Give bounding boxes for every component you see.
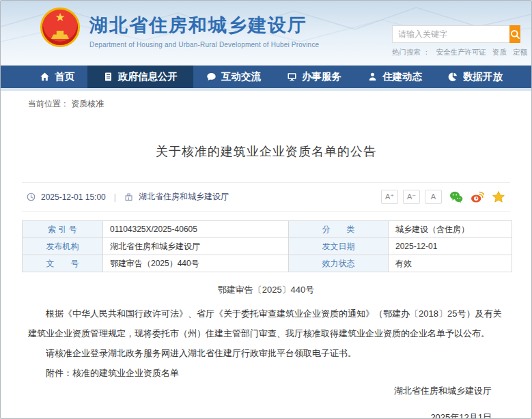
site-subtitle: Department of Housing and Urban-Rural De… bbox=[89, 41, 319, 48]
chat-icon bbox=[206, 72, 216, 82]
nav-item-home[interactable]: 首页 bbox=[27, 66, 87, 88]
info-value-doc-number: 鄂建审告（2025）440号 bbox=[103, 255, 289, 272]
meta-separator: | bbox=[114, 192, 116, 202]
info-label-doc-number: 文 号 bbox=[23, 255, 103, 272]
home-icon bbox=[40, 72, 50, 82]
article-paragraph-attachment: 附件：核准的建筑业企业资质名单 bbox=[28, 363, 504, 383]
info-label-category: 分 类 bbox=[289, 221, 389, 238]
article-paragraph: 请核准企业登录湖北政务服务网进入湖北省住建厅行政审批平台领取电子证书。 bbox=[28, 343, 504, 363]
signature-org: 湖北省住房和城乡建设厅 bbox=[1, 385, 492, 397]
table-row: 文 号 鄂建审告（2025）440号 效力状态 有效 bbox=[23, 255, 512, 272]
clock-icon bbox=[27, 192, 36, 201]
table-row: 索 引 号 01104325X/2025-40605 分 类 城乡建设（含住房） bbox=[23, 221, 512, 238]
document-icon bbox=[103, 72, 113, 82]
search-input[interactable] bbox=[392, 25, 509, 43]
share-wechat-button[interactable] bbox=[449, 190, 463, 204]
wechat-icon bbox=[449, 190, 463, 203]
info-value-issue-date: 2025-12-01 bbox=[389, 238, 512, 255]
font-size-reset-button[interactable]: A bbox=[425, 190, 442, 204]
monitor-icon bbox=[287, 72, 297, 82]
article-meta-bar: 2025-12-01 15:00 | 湖北省住房和城乡建设厅 A⁺ A⁻ A bbox=[22, 182, 510, 212]
nav-label: 数据开放 bbox=[463, 70, 503, 83]
emblem-gate-icon bbox=[51, 31, 69, 39]
magnifier-icon bbox=[510, 29, 520, 40]
hot-search-link[interactable]: 定额 bbox=[513, 48, 527, 57]
page: ★ 湖北省住房和城乡建设厅 Department of Housing and … bbox=[0, 0, 532, 419]
signature-date: 2025年12月1日 bbox=[1, 411, 492, 419]
info-label-validity: 效力状态 bbox=[289, 255, 389, 272]
person-icon bbox=[367, 72, 378, 82]
info-value-category: 城乡建设（含住房） bbox=[389, 221, 512, 238]
weibo-icon bbox=[471, 190, 484, 203]
article-body: 根据《中华人民共和国行政许可法》、省厅《关于委托审查建筑业企业资质的通知》（鄂建… bbox=[28, 304, 504, 383]
hot-search-link[interactable]: 资质 bbox=[492, 48, 507, 57]
nav-label: 住建动态 bbox=[382, 70, 422, 83]
info-value-issuer: 湖北省住房和城乡建设厅 bbox=[103, 238, 289, 255]
main-nav: 首页 政府信息公开 互动交流 办事服务 bbox=[1, 66, 531, 88]
site-header: ★ 湖北省住房和城乡建设厅 Department of Housing and … bbox=[1, 1, 531, 66]
info-value-validity: 有效 bbox=[389, 255, 512, 272]
favorite-star-icon bbox=[492, 190, 505, 203]
share-weibo-button[interactable] bbox=[471, 190, 484, 204]
nav-label: 办事服务 bbox=[302, 70, 341, 83]
nav-item-services[interactable]: 办事服务 bbox=[274, 66, 354, 88]
breadcrumb-current[interactable]: 资质核准 bbox=[71, 99, 104, 109]
publish-source: 湖北省住房和城乡建设厅 bbox=[139, 191, 229, 203]
document-number-heading: 鄂建审告〔2025〕440号 bbox=[1, 284, 531, 296]
nav-item-news[interactable]: 住建动态 bbox=[354, 66, 435, 88]
font-size-decrease-button[interactable]: A⁻ bbox=[403, 190, 420, 204]
emblem-star-icon: ★ bbox=[42, 12, 78, 23]
breadcrumb: 当前位置： 资质核准 bbox=[1, 91, 531, 114]
nav-label: 互动交流 bbox=[221, 70, 261, 83]
nav-label: 政府信息公开 bbox=[118, 70, 178, 83]
nav-item-interaction[interactable]: 互动交流 bbox=[193, 66, 274, 88]
article-paragraph: 根据《中华人民共和国行政许可法》、省厅《关于委托审查建筑业企业资质的通知》（鄂建… bbox=[28, 304, 504, 343]
search-area: 热门搜索 ： 安全生产许可证 资质 定额 bbox=[392, 25, 520, 57]
publish-datetime: 2025-12-01 15:00 bbox=[41, 192, 106, 202]
info-label-issue-date: 发文日期 bbox=[289, 238, 389, 255]
search-button[interactable] bbox=[509, 25, 520, 43]
breadcrumb-label: 当前位置： bbox=[28, 99, 69, 109]
pie-chart-icon bbox=[448, 72, 458, 82]
info-value-index-number: 01104325X/2025-40605 bbox=[103, 221, 289, 238]
info-label-issuer: 发布机构 bbox=[23, 238, 103, 255]
hot-search-link[interactable]: 安全生产许可证 bbox=[436, 48, 486, 57]
table-row: 发布机构 湖北省住房和城乡建设厅 发文日期 2025-12-01 bbox=[23, 238, 512, 255]
national-emblem-logo: ★ bbox=[40, 8, 80, 47]
font-size-increase-button[interactable]: A⁺ bbox=[381, 190, 398, 204]
nav-item-gov-info[interactable]: 政府信息公开 bbox=[87, 66, 193, 88]
info-label-index-number: 索 引 号 bbox=[23, 221, 103, 238]
share-favorite-button[interactable] bbox=[492, 190, 505, 204]
document-info-table: 索 引 号 01104325X/2025-40605 分 类 城乡建设（含住房）… bbox=[22, 220, 512, 272]
nav-label: 首页 bbox=[55, 70, 74, 83]
page-title: 关于核准的建筑业企业资质名单的公告 bbox=[1, 143, 531, 160]
site-logo-area: ★ 湖北省住房和城乡建设厅 Department of Housing and … bbox=[40, 8, 319, 48]
hot-search-label: 热门搜索 ： bbox=[392, 48, 430, 57]
source-building-icon bbox=[124, 192, 133, 201]
signature-block: 湖北省住房和城乡建设厅 2025年12月1日 bbox=[1, 385, 492, 419]
nav-item-open-data[interactable]: 数据开放 bbox=[435, 66, 516, 88]
hot-search-row: 热门搜索 ： 安全生产许可证 资质 定额 bbox=[392, 48, 520, 57]
site-title: 湖北省住房和城乡建设厅 bbox=[89, 13, 319, 38]
